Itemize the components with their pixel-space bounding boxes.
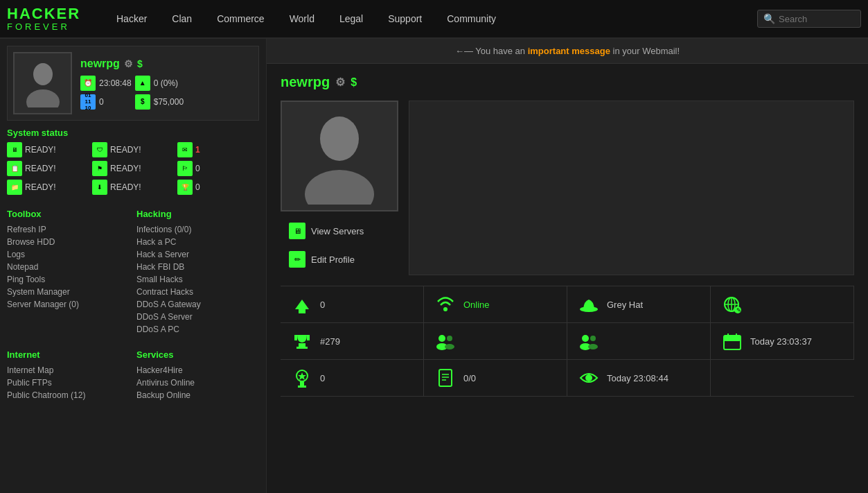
status-flag2: 🏳 0 <box>177 161 259 176</box>
hacking-small-hacks[interactable]: Small Hacks <box>136 273 259 286</box>
view-servers-button[interactable]: 🖥 View Servers <box>281 218 372 243</box>
hacking-ddos-gateway[interactable]: DDoS A Gateway <box>136 298 259 311</box>
svg-marker-4 <box>295 300 309 309</box>
globe-icon: ✎ <box>721 293 743 315</box>
internet-map[interactable]: Internet Map <box>7 364 130 377</box>
services-hacker4hire[interactable]: Hacker4Hire <box>136 364 259 377</box>
sidebar-profile: newrpg ⚙ $ ⏰ 23:08:48 ▲ 0 (0%) 011110 <box>7 46 259 121</box>
stat-score: 0 <box>281 286 424 323</box>
internet-section: Internet Internet Map Public FTPs Public… <box>7 343 130 401</box>
svg-rect-34 <box>439 370 452 386</box>
hacking-ddos-pc[interactable]: DDoS A PC <box>136 323 259 336</box>
svg-point-22 <box>582 335 589 342</box>
action-buttons: 🖥 View Servers ✏ Edit Profile <box>281 218 398 272</box>
nav-clan[interactable]: Clan <box>159 0 204 38</box>
xp-icon: ▲ <box>135 76 150 91</box>
main-right-panel <box>409 101 854 275</box>
profile-name: newrpg ⚙ $ <box>80 58 186 70</box>
hacking-hack-fbi[interactable]: Hack FBI DB <box>136 261 259 273</box>
logo: HACKER FOREVER <box>7 6 97 32</box>
nav-support[interactable]: Support <box>375 0 434 38</box>
status-monitor: 🖥 READY! <box>7 142 89 157</box>
dollar-icon: $ <box>137 58 143 69</box>
toolbox-logs[interactable]: Logs <box>7 248 130 261</box>
svg-rect-16 <box>294 335 297 340</box>
navigation: HACKER FOREVER Hacker Clan Commerce Worl… <box>0 0 868 39</box>
status-mail: ✉ 1 <box>177 142 259 157</box>
nav-hacker[interactable]: Hacker <box>104 0 159 38</box>
svg-point-25 <box>588 344 598 349</box>
dollar-icon-main: $ <box>351 76 357 89</box>
stat-calendar: Today 23:03:37 <box>711 323 854 360</box>
stat-award2: 0 <box>281 360 424 397</box>
hacking-ddos-server[interactable]: DDoS A Server <box>136 311 259 323</box>
status-flag: ⚑ READY! <box>92 161 174 176</box>
doc-icon <box>434 367 457 389</box>
services-section: Services Hacker4Hire Antivirus Online Ba… <box>136 343 259 401</box>
svg-marker-31 <box>298 372 306 380</box>
internet-public-chatroom[interactable]: Public Chatroom (12) <box>7 389 130 401</box>
edit-icon: ✏ <box>289 251 305 268</box>
stat-group1 <box>424 323 567 360</box>
services-backup[interactable]: Backup Online <box>136 389 259 401</box>
flag2-icon: 🏳 <box>177 161 193 176</box>
stat-xp: ▲ 0 (0%) <box>135 76 186 91</box>
svg-point-18 <box>439 335 445 342</box>
hacking-contract-hacks[interactable]: Contract Hacks <box>136 286 259 298</box>
profile-stats: ⏰ 23:08:48 ▲ 0 (0%) 011110 0 $ $75,000 <box>80 76 186 110</box>
wifi-icon <box>434 293 457 315</box>
hacking-section: Hacking Infections (0/0) Hack a PC Hack … <box>136 202 259 336</box>
nav-legal[interactable]: Legal <box>327 0 375 38</box>
toolbox-hacking-section: Toolbox Refresh IP Browse HDD Logs Notep… <box>7 202 259 336</box>
search-input[interactable] <box>779 14 855 24</box>
toolbox-refresh-ip[interactable]: Refresh IP <box>7 223 130 236</box>
stat-group2 <box>567 323 711 360</box>
nav-commerce[interactable]: Commerce <box>204 0 276 38</box>
services-title: Services <box>136 349 259 360</box>
toolbox-server-manager[interactable]: Server Manager (0) <box>7 298 130 311</box>
document-icon: 📋 <box>7 161 22 176</box>
svg-point-0 <box>33 63 53 85</box>
stat-money: $ $75,000 <box>135 94 186 110</box>
nav-world[interactable]: World <box>277 0 327 38</box>
svg-text:✎: ✎ <box>736 307 741 313</box>
download-icon: ⬇ <box>92 180 107 195</box>
search-icon: 🔍 <box>763 13 775 24</box>
stat-doc: 0/0 <box>424 360 567 397</box>
sidebar: newrpg ⚙ $ ⏰ 23:08:48 ▲ 0 (0%) 011110 <box>0 39 267 493</box>
stat-hat: Grey Hat <box>567 286 711 323</box>
webmail-banner: ←— You have an important message in your… <box>267 39 868 64</box>
logo-title: HACKER <box>7 6 97 21</box>
services-antivirus[interactable]: Antivirus Online <box>136 377 259 389</box>
svg-rect-14 <box>299 343 305 347</box>
toolbox-notepad[interactable]: Notepad <box>7 261 130 273</box>
toolbox-system-manager[interactable]: System Manager <box>7 286 130 298</box>
toolbox-browse-hdd[interactable]: Browse HDD <box>7 236 130 248</box>
edit-profile-button[interactable]: ✏ Edit Profile <box>281 247 363 272</box>
webmail-highlight: important message <box>528 46 610 56</box>
hat-icon <box>578 293 600 315</box>
award-icon: 🏆 <box>177 180 193 195</box>
toolbox-ping-tools[interactable]: Ping Tools <box>7 273 130 286</box>
system-status-title: System status <box>7 128 259 138</box>
internet-title: Internet <box>7 349 130 360</box>
svg-point-2 <box>320 116 359 161</box>
hacking-hack-pc[interactable]: Hack a PC <box>136 236 259 248</box>
svg-point-21 <box>445 344 454 349</box>
hacking-infections[interactable]: Infections (0/0) <box>136 223 259 236</box>
svg-rect-15 <box>296 347 308 349</box>
main-avatar-box <box>281 101 398 211</box>
main-profile-username: newrpg ⚙ $ <box>281 74 854 90</box>
search-box[interactable]: 🔍 <box>757 10 861 28</box>
main-layout: newrpg ⚙ $ ⏰ 23:08:48 ▲ 0 (0%) 011110 <box>0 39 868 493</box>
internet-services-section: Internet Internet Map Public FTPs Public… <box>7 343 259 401</box>
hacking-hack-server[interactable]: Hack a Server <box>136 248 259 261</box>
svg-rect-27 <box>724 336 741 341</box>
nav-community[interactable]: Community <box>434 0 508 38</box>
main-content: ←— You have an important message in your… <box>267 39 868 493</box>
profile-main: newrpg ⚙ $ 🖥 <box>267 64 868 407</box>
internet-public-ftps[interactable]: Public FTPs <box>7 377 130 389</box>
profile-info: newrpg ⚙ $ ⏰ 23:08:48 ▲ 0 (0%) 011110 <box>80 58 186 110</box>
main-profile-area: 🖥 View Servers ✏ Edit Profile <box>281 101 854 275</box>
award2-icon <box>291 367 313 389</box>
